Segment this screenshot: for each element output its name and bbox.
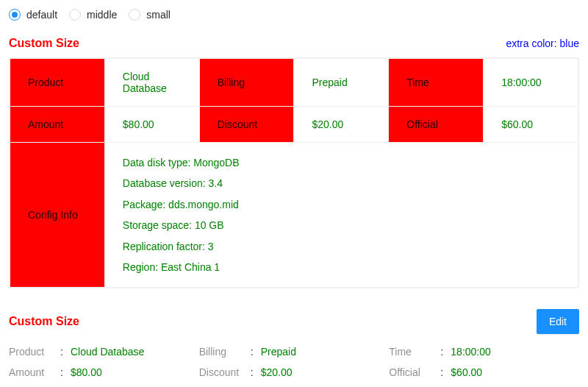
label-billing: Billing: [199, 59, 294, 107]
value2-amount: $80.00: [71, 362, 199, 383]
value2-official: $60.00: [451, 362, 579, 383]
edit-button[interactable]: Edit: [537, 309, 579, 334]
config-storage: Storage space: 10 GB: [123, 217, 560, 233]
radio-dot-icon: [9, 9, 21, 21]
config-data-disk: Data disk type: MongoDB: [123, 155, 560, 171]
descriptions-table-1: Product Cloud Database Billing Prepaid T…: [10, 58, 578, 288]
value2-discount: $20.00: [261, 362, 390, 383]
value-billing: Prepaid: [294, 59, 389, 107]
radio-option-small[interactable]: small: [129, 9, 171, 21]
radio-option-default[interactable]: default: [9, 9, 57, 21]
descriptions-table-2: Product : Cloud Database Billing : Prepa…: [9, 341, 579, 383]
colon-icon: :: [251, 362, 261, 383]
descriptions-header-1: Custom Size extra color: blue: [9, 29, 579, 57]
value-amount: $80.00: [104, 107, 199, 143]
descriptions-title-1: Custom Size: [9, 37, 79, 50]
label2-official: Official: [389, 362, 440, 383]
config-package: Package: dds.mongo.mid: [123, 196, 560, 213]
value-official: $60.00: [484, 107, 578, 143]
value2-time: 18:00:00: [451, 341, 579, 362]
value-config: Data disk type: MongoDB Database version…: [104, 143, 578, 288]
descriptions-block-1: Product Cloud Database Billing Prepaid T…: [9, 57, 579, 288]
radio-dot-icon: [129, 9, 140, 21]
size-radio-group: default middle small: [9, 9, 579, 21]
label-official: Official: [389, 107, 484, 143]
value-discount: $20.00: [294, 107, 389, 143]
radio-label-default: default: [26, 9, 57, 21]
label2-time: Time: [389, 341, 440, 362]
value-time: 18:00:00: [484, 59, 578, 107]
value-product: Cloud Database: [104, 59, 199, 107]
label-product: Product: [10, 59, 105, 107]
colon-icon: :: [440, 362, 451, 383]
config-db-version: Database version: 3.4: [123, 175, 560, 191]
descriptions-extra-1: extra color: blue: [506, 38, 579, 49]
label2-billing: Billing: [199, 341, 251, 362]
colon-icon: :: [60, 341, 71, 362]
label2-amount: Amount: [9, 362, 60, 383]
config-region: Region: East China 1: [123, 259, 560, 275]
colon-icon: :: [251, 341, 261, 362]
radio-label-small: small: [146, 9, 171, 21]
label2-discount: Discount: [199, 362, 251, 383]
radio-label-middle: middle: [87, 9, 117, 21]
config-info-list: Data disk type: MongoDB Database version…: [123, 155, 560, 275]
label-config: Config Info: [10, 143, 105, 288]
colon-icon: :: [440, 341, 451, 362]
radio-dot-icon: [69, 9, 81, 21]
value2-billing: Prepaid: [261, 341, 390, 362]
radio-option-middle[interactable]: middle: [69, 9, 117, 21]
label-amount: Amount: [10, 107, 105, 143]
descriptions-title-2: Custom Size: [9, 315, 79, 328]
label-discount: Discount: [199, 107, 294, 143]
config-replication: Replication factor: 3: [123, 238, 560, 255]
label2-product: Product: [9, 341, 60, 362]
colon-icon: :: [60, 362, 71, 383]
descriptions-header-2: Custom Size Edit: [9, 309, 579, 334]
value2-product: Cloud Database: [71, 341, 199, 362]
label-time: Time: [389, 59, 484, 107]
